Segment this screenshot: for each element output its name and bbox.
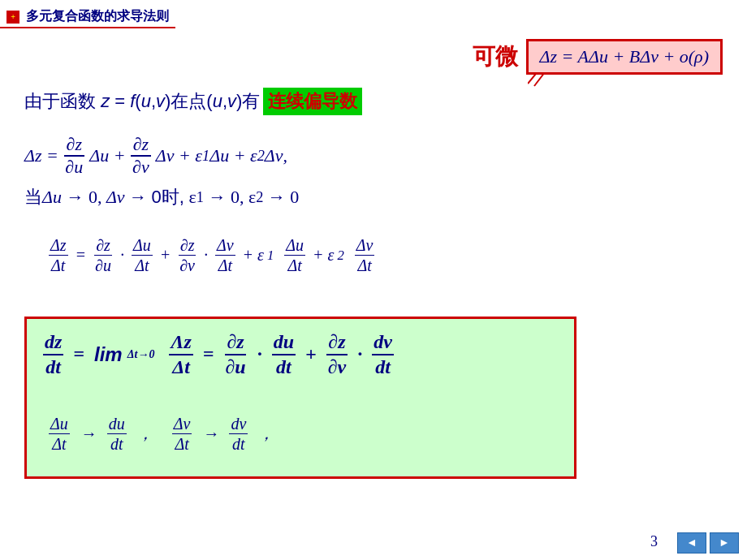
formula-deltaz: Δz = ∂z ∂u Δu + ∂z ∂v Δv + ε1Δu + ε2Δv, — [24, 134, 287, 179]
page-title: 多元复合函数的求导法则 — [26, 8, 169, 25]
kewei-section: 可微 Δz = AΔu + BΔv + o(ρ) — [473, 39, 723, 75]
formula-ratio: Δz Δt = ∂z ∂u · Δu Δt + ∂z ∂v · Δv Δt + … — [49, 235, 374, 275]
prev-button[interactable]: ◄ — [677, 532, 706, 554]
line1-pre: 由于函数 z = f(u,v)在点(u,v)有 — [24, 89, 260, 114]
next-button[interactable]: ► — [710, 532, 739, 554]
continuous-highlight: 连续偏导数 — [263, 88, 362, 115]
kewei-label: 可微 — [473, 41, 518, 72]
bottom-formula-inner: dz dt = lim Δt→0 Λz Δt = ∂z ∂u · du dt + — [43, 330, 558, 379]
page-number: 3 — [650, 533, 658, 550]
formula-limit-condition: 当 Δu → 0, Δv → 0时, ε1 → 0, ε2 → 0 — [24, 185, 299, 209]
formula-top-text: Δz = AΔu + BΔv + o(ρ) — [540, 46, 709, 67]
title-icon: + — [6, 11, 19, 24]
nav-buttons[interactable]: ◄ ► — [677, 532, 739, 554]
line1: 由于函数 z = f(u,v)在点(u,v)有 连续偏导数 — [24, 88, 362, 115]
last-line: Δu Δt → du dt ， Δv Δt → dv dt ， — [49, 414, 274, 454]
title-bar: + 多元复合函数的求导法则 — [0, 6, 175, 28]
bottom-formula-box: dz dt = lim Δt→0 Λz Δt = ∂z ∂u · du dt + — [24, 317, 576, 479]
formula-top-box: Δz = AΔu + BΔv + o(ρ) — [526, 39, 723, 75]
